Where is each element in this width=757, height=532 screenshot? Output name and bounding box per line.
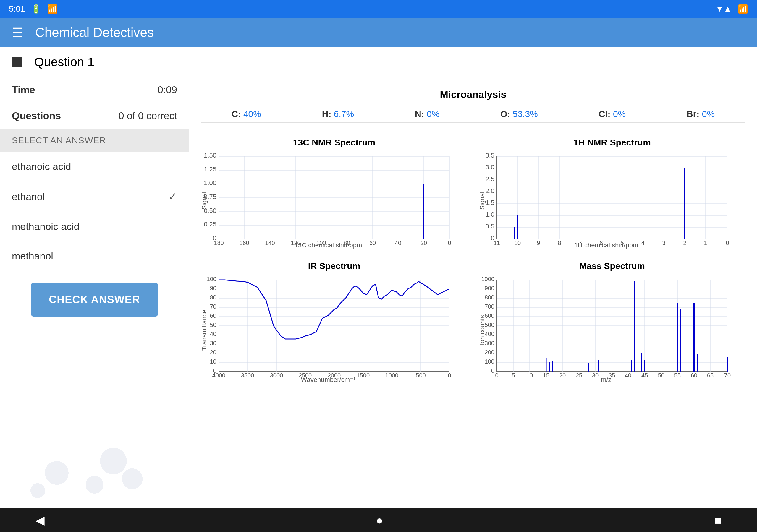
svg-text:0.75: 0.75 [204, 193, 217, 200]
selected-checkmark: ✓ [168, 190, 177, 203]
status-time: 5:01 [9, 4, 25, 14]
svg-text:50: 50 [658, 372, 664, 379]
svg-text:55: 55 [674, 372, 681, 379]
status-bar: 5:01 🔋 📶 ▼▲ 📶 [0, 0, 757, 18]
answer-option-4[interactable]: methanol [0, 242, 189, 271]
right-panel: Microanalysis C: 40% H: 6.7% N: 0% O: 53… [189, 77, 757, 508]
svg-text:13C chemical shift/ppm: 13C chemical shift/ppm [294, 242, 362, 249]
answer-option-1[interactable]: ethanoic acid [0, 152, 189, 182]
chart-ir: IR Spectrum Transmittance 0 10 20 30 40 [201, 261, 467, 385]
svg-text:0: 0 [448, 240, 451, 246]
svg-text:0.25: 0.25 [204, 221, 217, 228]
background-molecules [0, 390, 189, 508]
micro-n: N: 0% [415, 109, 439, 119]
svg-text:0.5: 0.5 [485, 222, 495, 230]
back-button[interactable]: ◀ [36, 514, 45, 527]
answer-option-3[interactable]: methanoic acid [0, 212, 189, 242]
time-value: 0:09 [158, 84, 177, 96]
svg-text:50: 50 [210, 322, 217, 328]
question-title: Question 1 [34, 55, 94, 69]
app-title: Chemical Detectives [35, 25, 154, 40]
svg-text:25: 25 [576, 372, 582, 379]
chart-13c-area: Signal 0 0.25 [201, 153, 467, 249]
svg-text:30: 30 [210, 340, 217, 346]
microanalysis-section: Microanalysis C: 40% H: 6.7% N: 0% O: 53… [201, 83, 745, 137]
signal-icon: 📶 [738, 4, 748, 14]
svg-text:1.50: 1.50 [204, 152, 217, 159]
recent-apps-button[interactable]: ■ [714, 514, 721, 527]
top-bar: ☰ Chemical Detectives [0, 18, 757, 47]
svg-text:60: 60 [691, 372, 697, 379]
chart-mass-title: Mass Spectrum [479, 261, 745, 271]
svg-text:180: 180 [214, 240, 224, 246]
svg-text:4: 4 [641, 240, 644, 246]
svg-text:65: 65 [707, 372, 713, 379]
home-button[interactable]: ● [376, 514, 383, 527]
svg-text:100: 100 [485, 358, 495, 365]
svg-text:20: 20 [420, 240, 427, 246]
micro-h: H: 6.7% [322, 109, 354, 119]
svg-text:Transmittance: Transmittance [200, 310, 208, 351]
questions-label: Questions [12, 110, 61, 122]
chart-ir-area: Transmittance 0 10 20 30 40 50 60 [201, 277, 467, 385]
svg-text:Wavenumber/cm⁻¹: Wavenumber/cm⁻¹ [301, 376, 356, 383]
left-panel: Time 0:09 Questions 0 of 0 correct SELEC… [0, 77, 189, 508]
svg-text:900: 900 [485, 285, 495, 291]
svg-text:600: 600 [485, 312, 495, 319]
svg-text:3000: 3000 [270, 372, 283, 379]
svg-text:1.00: 1.00 [204, 179, 217, 187]
svg-text:3500: 3500 [241, 372, 254, 379]
svg-text:80: 80 [210, 294, 217, 301]
svg-text:70: 70 [210, 303, 217, 310]
svg-text:1.25: 1.25 [204, 165, 217, 173]
svg-text:90: 90 [210, 285, 217, 291]
svg-text:1000: 1000 [385, 372, 399, 379]
svg-text:11: 11 [494, 240, 500, 246]
svg-text:1.0: 1.0 [485, 211, 495, 218]
svg-text:70: 70 [724, 372, 731, 379]
svg-text:4000: 4000 [212, 372, 226, 379]
svg-text:200: 200 [485, 349, 495, 356]
svg-text:10: 10 [210, 358, 217, 365]
svg-text:1: 1 [704, 240, 707, 246]
svg-text:0.50: 0.50 [204, 207, 217, 214]
sim-icon: 📶 [47, 4, 58, 14]
svg-text:0: 0 [726, 240, 729, 246]
svg-text:Signal: Signal [478, 192, 486, 210]
answer-option-2[interactable]: ethanol ✓ [0, 182, 189, 212]
svg-text:3.5: 3.5 [485, 152, 495, 159]
time-label: Time [12, 84, 35, 96]
check-answer-button[interactable]: CHECK ANSWER [31, 283, 158, 316]
time-row: Time 0:09 [0, 77, 189, 103]
micro-o: O: 53.3% [500, 109, 538, 119]
svg-text:15: 15 [543, 372, 549, 379]
select-answer-header: SELECT AN ANSWER [0, 129, 189, 152]
svg-text:500: 500 [485, 322, 495, 328]
chart-mass: Mass Spectrum Ion counts 0 100 200 300 4 [479, 261, 745, 385]
svg-text:8: 8 [558, 240, 561, 246]
svg-text:60: 60 [210, 312, 217, 319]
svg-text:m/z: m/z [601, 376, 611, 383]
svg-text:45: 45 [641, 372, 648, 379]
svg-text:160: 160 [239, 240, 249, 246]
wifi-icon: ▼▲ [715, 4, 732, 14]
svg-text:1500: 1500 [357, 372, 370, 379]
micro-cl: Cl: 0% [599, 109, 626, 119]
svg-text:700: 700 [485, 303, 495, 310]
svg-text:800: 800 [485, 294, 495, 301]
svg-text:3: 3 [662, 240, 665, 246]
svg-text:0: 0 [491, 368, 495, 374]
svg-text:20: 20 [210, 349, 217, 356]
svg-text:1H chemical shift/ppm: 1H chemical shift/ppm [574, 242, 638, 249]
microanalysis-row: C: 40% H: 6.7% N: 0% O: 53.3% Cl: 0% Br:… [201, 106, 745, 123]
menu-button[interactable]: ☰ [12, 25, 23, 40]
svg-text:500: 500 [416, 372, 426, 379]
svg-text:2.5: 2.5 [485, 175, 495, 183]
svg-text:0: 0 [495, 372, 498, 379]
svg-text:40: 40 [210, 331, 217, 337]
svg-text:30: 30 [592, 372, 598, 379]
chart-1h-area: Signal 0 0.5 1.0 1.5 2.0 2.5 3.0 [479, 153, 745, 249]
svg-text:10: 10 [514, 240, 521, 246]
svg-text:0: 0 [448, 372, 451, 379]
chart-1h-nmr: 1H NMR Spectrum Signal 0 0.5 1.0 1.5 2.0 [479, 137, 745, 249]
